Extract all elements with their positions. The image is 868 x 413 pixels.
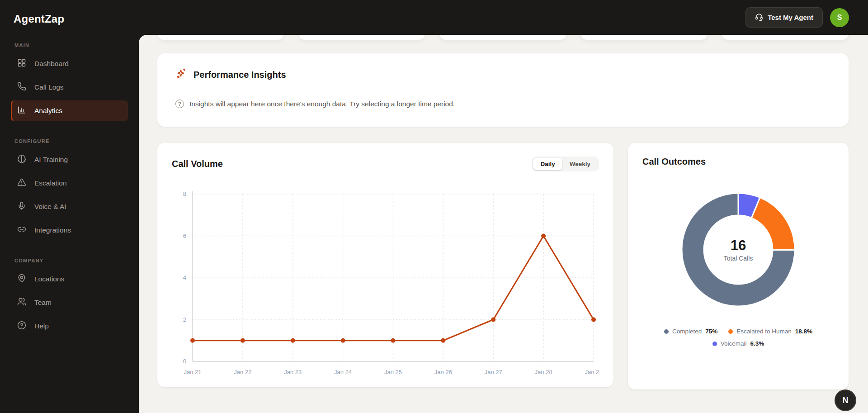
call-outcomes-card: Call Outcomes 16 Total Calls Completed 7… [628, 143, 849, 389]
svg-text:8: 8 [183, 190, 186, 197]
donut-legend: Completed 75% Escalated to Human 18.8% V… [643, 328, 833, 347]
stat-card-cutoff [298, 35, 425, 40]
svg-text:Jan 27: Jan 27 [485, 369, 502, 375]
svg-text:Jan 24: Jan 24 [334, 369, 352, 375]
svg-text:Jan 21: Jan 21 [184, 369, 201, 375]
call-volume-title: Call Volume [172, 159, 223, 169]
svg-text:Jan 23: Jan 23 [284, 369, 302, 375]
topbar: Test My Agent S [139, 0, 868, 35]
help-circle-icon [17, 321, 26, 332]
sidebar-item-label: AI Training [34, 156, 68, 164]
sidebar-item-help[interactable]: Help [11, 316, 128, 337]
nav-section-company: COMPANY [14, 258, 124, 263]
period-toggle: Daily Weekly [532, 157, 599, 171]
sidebar-item-label: Locations [34, 275, 64, 283]
svg-text:Jan 26: Jan 26 [434, 369, 452, 375]
svg-text:4: 4 [183, 274, 186, 281]
insights-header: Performance Insights [175, 68, 830, 81]
sparkles-icon [175, 68, 187, 81]
main-column: Test My Agent S Performance Insights ? I [139, 0, 868, 413]
test-my-agent-label: Test My Agent [768, 14, 813, 21]
user-avatar[interactable]: S [830, 8, 849, 27]
svg-text:Jan 25: Jan 25 [384, 369, 402, 375]
performance-insights-card: Performance Insights ? Insights will app… [157, 53, 849, 127]
stat-card-cutoff [157, 35, 284, 40]
users-icon [17, 297, 26, 308]
toggle-weekly-button[interactable]: Weekly [562, 158, 598, 170]
svg-text:Jan 28: Jan 28 [535, 369, 552, 375]
phone-icon [17, 82, 26, 93]
brand-logo: AgentZap [0, 9, 139, 25]
sidebar-item-analytics[interactable]: Analytics [11, 100, 128, 121]
sidebar-item-label: Call Logs [34, 83, 64, 91]
test-my-agent-button[interactable]: Test My Agent [745, 7, 823, 28]
stat-card-row [157, 35, 849, 40]
question-circle-icon: ? [175, 100, 184, 108]
legend-item-voicemail: Voicemail 6.3% [712, 340, 764, 347]
nav-section-configure: CONFIGURE [14, 138, 124, 144]
sidebar-item-integrations[interactable]: Integrations [11, 220, 128, 241]
call-outcomes-title: Call Outcomes [639, 157, 706, 167]
sidebar-item-dashboard[interactable]: Dashboard [11, 53, 128, 74]
nav-section-main: MAIN [14, 43, 124, 48]
svg-text:6: 6 [183, 233, 186, 239]
sidebar-item-label: Integrations [34, 226, 71, 234]
legend-item-completed: Completed 75% [664, 328, 717, 335]
sidebar-item-team[interactable]: Team [11, 292, 128, 313]
sidebar-item-escalation[interactable]: Escalation [11, 173, 128, 194]
insights-empty-message: Insights will appear here once there's e… [189, 100, 455, 108]
stat-card-cutoff [439, 35, 566, 40]
brain-icon [17, 154, 26, 165]
headset-icon [755, 13, 763, 22]
microphone-icon [17, 201, 26, 212]
sidebar-item-voice-ai[interactable]: Voice & AI [11, 196, 128, 217]
insights-empty-state: ? Insights will appear here once there's… [175, 100, 830, 108]
sidebar-item-label: Dashboard [34, 60, 69, 68]
donut-chart-svg [680, 191, 797, 308]
sidebar-item-label: Voice & AI [34, 203, 66, 211]
legend-dot-voicemail [712, 342, 717, 346]
call-volume-line-chart: 02468Jan 21Jan 22Jan 23Jan 24Jan 25Jan 2… [172, 181, 599, 383]
content-area: Performance Insights ? Insights will app… [139, 35, 868, 413]
svg-text:0: 0 [183, 358, 186, 365]
call-volume-card: Call Volume Daily Weekly 02468Jan 21Jan … [157, 143, 613, 387]
sidebar-item-label: Team [34, 299, 52, 307]
sidebar-item-ai-training[interactable]: AI Training [11, 149, 128, 170]
sidebar-item-label: Help [34, 322, 49, 330]
sidebar-item-call-logs[interactable]: Call Logs [11, 77, 128, 98]
legend-dot-completed [664, 329, 669, 334]
svg-text:Jan 29: Jan 29 [585, 369, 599, 375]
legend-item-escalated: Escalated to Human 18.8% [728, 328, 812, 335]
dashboard-grid-icon [17, 58, 26, 69]
sidebar-item-locations[interactable]: Locations [11, 269, 128, 290]
app-root: AgentZap MAIN Dashboard Call Logs Analyt… [0, 0, 868, 413]
svg-text:2: 2 [183, 316, 186, 323]
call-outcomes-donut: 16 Total Calls [680, 191, 797, 308]
toggle-daily-button[interactable]: Daily [533, 158, 562, 170]
link-icon [17, 225, 26, 236]
sidebar-item-label: Analytics [34, 107, 62, 115]
charts-row: Call Volume Daily Weekly 02468Jan 21Jan … [157, 143, 849, 389]
bar-chart-icon [17, 105, 26, 116]
insights-title: Performance Insights [193, 70, 286, 80]
legend-dot-escalated [728, 329, 733, 334]
svg-text:Jan 22: Jan 22 [234, 369, 251, 375]
sidebar: AgentZap MAIN Dashboard Call Logs Analyt… [0, 0, 139, 413]
floating-n-button[interactable]: N [835, 389, 856, 411]
stat-card-cutoff [722, 35, 849, 40]
stat-card-cutoff [581, 35, 708, 40]
sidebar-nav: MAIN Dashboard Call Logs Analytics CONFI… [0, 43, 139, 337]
sidebar-item-label: Escalation [34, 179, 67, 187]
map-pin-icon [17, 274, 26, 285]
call-volume-header: Call Volume Daily Weekly [172, 157, 599, 171]
alert-triangle-icon [17, 178, 26, 189]
